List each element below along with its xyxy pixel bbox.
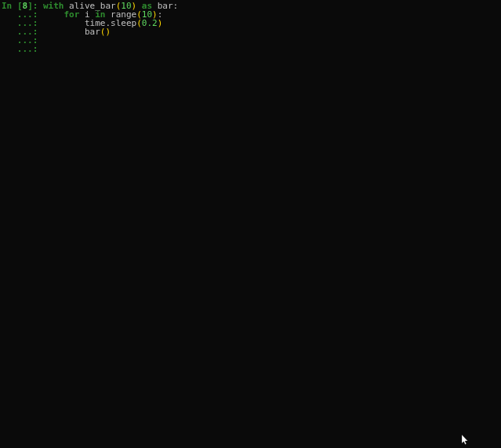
token-name: bar <box>43 27 100 37</box>
code-line[interactable]: ...: <box>2 45 499 53</box>
token-paren: ) <box>105 27 111 37</box>
prompt-continuation: ...: <box>2 44 43 54</box>
token-paren: ( <box>136 18 142 28</box>
token-name: sleep <box>111 18 136 28</box>
token-colon: : <box>173 1 179 11</box>
mouse-cursor-icon <box>462 435 470 446</box>
token-paren: ) <box>158 18 163 28</box>
code-input-area[interactable]: In [8]: with alive_bar(10) as bar: ...: … <box>2 2 499 53</box>
code-line[interactable]: ...: bar() <box>2 27 499 36</box>
code-line[interactable]: ...: <box>2 36 499 45</box>
token-num: 0.2 <box>142 18 158 28</box>
